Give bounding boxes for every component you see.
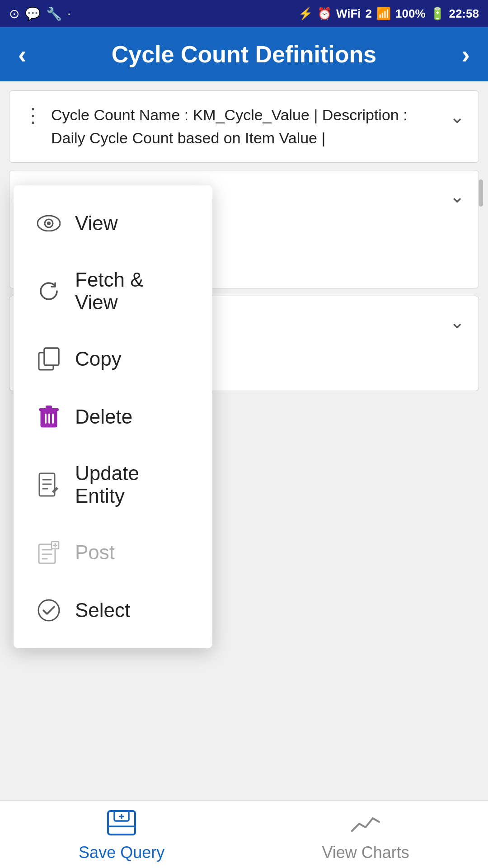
save-query-label: Save Query [79, 843, 164, 862]
bottom-bar: Save Query View Charts [0, 800, 488, 868]
svg-rect-4 [44, 348, 59, 365]
trash-icon [36, 404, 61, 429]
status-bar-left-icons: ⊙ 💬 🔧 · [9, 6, 71, 21]
record-icon: ⊙ [9, 6, 19, 21]
context-menu: View Fetch & View Copy [14, 185, 212, 648]
card-2-chevron-icon[interactable]: ⌄ [450, 186, 465, 207]
forward-button[interactable]: › [461, 40, 470, 69]
svg-rect-9 [45, 414, 47, 424]
menu-copy-label: Copy [75, 348, 122, 370]
menu-item-view[interactable]: View [14, 194, 212, 252]
menu-post-label: Post [75, 541, 115, 564]
post-icon [36, 540, 61, 565]
back-button[interactable]: ‹ [18, 40, 27, 69]
message-icon: 💬 [25, 6, 41, 21]
svg-point-2 [47, 222, 51, 225]
battery-percent: 100% [395, 7, 426, 21]
content-area: ⋮ Cycle Count Name : KM_Cycle_Value | De… [0, 81, 488, 471]
menu-item-fetch-view[interactable]: Fetch & View [14, 252, 212, 330]
menu-view-label: View [75, 212, 118, 235]
notification-badge: 2 [366, 7, 372, 21]
svg-point-23 [38, 600, 59, 621]
alarm-icon: ⏰ [317, 7, 332, 21]
chart-line-icon [350, 807, 381, 839]
dot-icon: · [67, 6, 71, 21]
menu-item-copy[interactable]: Copy [14, 330, 212, 388]
menu-update-entity-label: Update Entity [75, 462, 190, 507]
card-1-menu-button[interactable]: ⋮ [23, 105, 42, 125]
refresh-icon [36, 278, 61, 304]
view-charts-label: View Charts [322, 843, 409, 862]
menu-item-delete[interactable]: Delete [14, 388, 212, 446]
menu-item-select[interactable]: Select [14, 581, 212, 639]
app-header: ‹ Cycle Count Definitions › [0, 27, 488, 81]
card-1-content: Cycle Count Name : KM_Cycle_Value | Desc… [51, 104, 445, 150]
svg-rect-27 [112, 829, 131, 834]
save-query-button[interactable]: Save Query [79, 807, 164, 862]
copy-icon [36, 346, 61, 372]
wifi-icon: WiFi [336, 7, 361, 21]
settings-icon: 🔧 [46, 6, 62, 21]
svg-rect-10 [48, 414, 50, 424]
card-2-scrollbar[interactable] [479, 179, 483, 207]
signal-icon: 📶 [376, 7, 391, 21]
menu-item-update-entity[interactable]: Update Entity [14, 446, 212, 524]
menu-item-post: Post [14, 524, 212, 581]
document-edit-icon [36, 472, 61, 497]
check-circle-icon [36, 598, 61, 623]
bluetooth-icon: ⚡ [298, 7, 313, 21]
page-title: Cycle Count Definitions [27, 41, 462, 68]
menu-fetch-view-label: Fetch & View [75, 269, 190, 314]
view-charts-button[interactable]: View Charts [322, 807, 409, 862]
status-bar: ⊙ 💬 🔧 · ⚡ ⏰ WiFi 2 📶 100% 🔋 22:58 [0, 0, 488, 27]
save-query-icon [106, 807, 137, 839]
menu-delete-label: Delete [75, 406, 132, 428]
battery-icon: 🔋 [430, 7, 445, 21]
time-display: 22:58 [449, 7, 479, 21]
card-1: ⋮ Cycle Count Name : KM_Cycle_Value | De… [9, 90, 479, 163]
card-3-chevron-icon[interactable]: ⌄ [450, 311, 465, 332]
svg-rect-8 [46, 406, 52, 409]
menu-select-label: Select [75, 599, 130, 622]
status-bar-right-icons: ⚡ ⏰ WiFi 2 📶 100% 🔋 22:58 [298, 7, 479, 21]
svg-rect-11 [52, 414, 54, 424]
eye-icon [36, 211, 61, 236]
card-1-chevron-icon[interactable]: ⌄ [450, 106, 465, 127]
